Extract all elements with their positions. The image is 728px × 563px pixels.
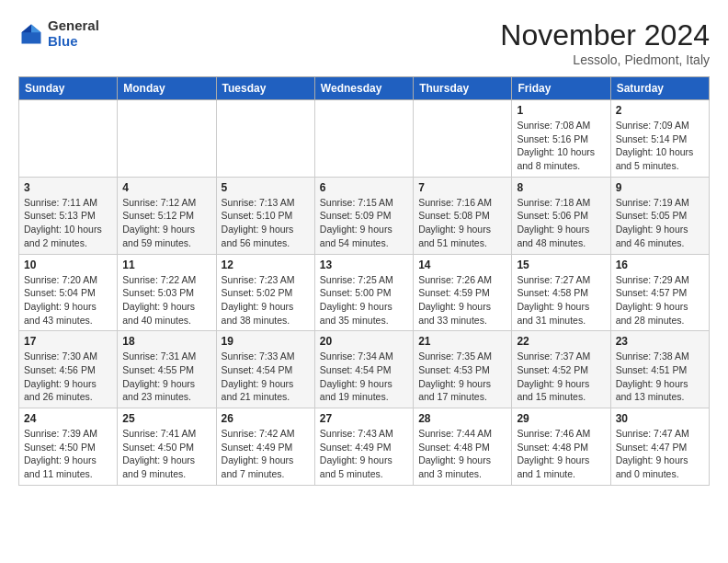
day-number: 14 [418, 259, 506, 271]
logo-blue-text: Blue [48, 34, 99, 50]
day-number: 16 [616, 259, 704, 271]
week-row-4: 17Sunrise: 7:30 AMSunset: 4:56 PMDayligh… [19, 331, 710, 408]
calendar-cell: 26Sunrise: 7:42 AMSunset: 4:49 PMDayligh… [216, 408, 314, 486]
day-info: Sunrise: 7:25 AMSunset: 5:00 PMDaylight:… [320, 273, 408, 327]
day-info: Sunrise: 7:42 AMSunset: 4:49 PMDaylight:… [222, 427, 310, 481]
day-info: Sunrise: 7:39 AMSunset: 4:50 PMDaylight:… [24, 427, 112, 481]
calendar-cell [216, 100, 314, 178]
day-number: 23 [616, 335, 704, 348]
day-number: 18 [122, 335, 210, 348]
calendar-cell: 25Sunrise: 7:41 AMSunset: 4:50 PMDayligh… [118, 408, 216, 486]
page-header: General Blue November 2024 Lessolo, Pied… [18, 18, 710, 67]
logo-text: General Blue [48, 18, 99, 49]
calendar-cell: 8Sunrise: 7:18 AMSunset: 5:06 PMDaylight… [512, 177, 610, 254]
calendar-cell: 20Sunrise: 7:34 AMSunset: 4:54 PMDayligh… [314, 331, 413, 408]
day-number: 12 [222, 259, 310, 271]
week-row-1: 1Sunrise: 7:08 AMSunset: 5:16 PMDaylight… [19, 100, 710, 178]
day-info: Sunrise: 7:08 AMSunset: 5:16 PMDaylight:… [517, 119, 605, 173]
calendar-cell: 28Sunrise: 7:44 AMSunset: 4:48 PMDayligh… [414, 408, 512, 486]
calendar-cell [414, 100, 512, 178]
calendar-cell: 12Sunrise: 7:23 AMSunset: 5:02 PMDayligh… [216, 254, 314, 331]
day-info: Sunrise: 7:19 AMSunset: 5:05 PMDaylight:… [616, 196, 704, 250]
day-info: Sunrise: 7:27 AMSunset: 4:58 PMDaylight:… [517, 273, 605, 327]
svg-marker-1 [31, 24, 41, 32]
calendar-cell: 29Sunrise: 7:46 AMSunset: 4:48 PMDayligh… [512, 408, 610, 486]
calendar-cell: 2Sunrise: 7:09 AMSunset: 5:14 PMDaylight… [610, 100, 709, 178]
calendar-cell: 19Sunrise: 7:33 AMSunset: 4:54 PMDayligh… [216, 331, 314, 408]
calendar-cell: 6Sunrise: 7:15 AMSunset: 5:09 PMDaylight… [314, 177, 413, 254]
calendar-cell: 17Sunrise: 7:30 AMSunset: 4:56 PMDayligh… [19, 331, 118, 408]
calendar-cell: 3Sunrise: 7:11 AMSunset: 5:13 PMDaylight… [19, 177, 118, 254]
day-number: 17 [24, 335, 112, 348]
day-info: Sunrise: 7:30 AMSunset: 4:56 PMDaylight:… [24, 350, 112, 404]
day-header-friday: Friday [512, 77, 610, 100]
day-number: 28 [418, 412, 506, 425]
day-number: 29 [517, 412, 605, 425]
day-info: Sunrise: 7:26 AMSunset: 4:59 PMDaylight:… [418, 273, 506, 327]
day-number: 19 [222, 335, 310, 348]
day-number: 26 [222, 412, 310, 425]
calendar-cell [19, 100, 118, 178]
day-info: Sunrise: 7:46 AMSunset: 4:48 PMDaylight:… [517, 427, 605, 481]
day-info: Sunrise: 7:20 AMSunset: 5:04 PMDaylight:… [24, 273, 112, 327]
day-info: Sunrise: 7:16 AMSunset: 5:08 PMDaylight:… [418, 196, 506, 250]
logo-icon [18, 21, 44, 47]
day-number: 27 [320, 412, 408, 425]
calendar-cell: 10Sunrise: 7:20 AMSunset: 5:04 PMDayligh… [19, 254, 118, 331]
calendar-cell: 4Sunrise: 7:12 AMSunset: 5:12 PMDaylight… [118, 177, 216, 254]
calendar-table: SundayMondayTuesdayWednesdayThursdayFrid… [18, 76, 710, 486]
calendar-cell: 9Sunrise: 7:19 AMSunset: 5:05 PMDaylight… [610, 177, 709, 254]
day-info: Sunrise: 7:29 AMSunset: 4:57 PMDaylight:… [616, 273, 704, 327]
calendar-header-row: SundayMondayTuesdayWednesdayThursdayFrid… [19, 77, 710, 100]
calendar-cell: 22Sunrise: 7:37 AMSunset: 4:52 PMDayligh… [512, 331, 610, 408]
week-row-5: 24Sunrise: 7:39 AMSunset: 4:50 PMDayligh… [19, 408, 710, 486]
calendar-cell: 16Sunrise: 7:29 AMSunset: 4:57 PMDayligh… [610, 254, 709, 331]
day-info: Sunrise: 7:33 AMSunset: 4:54 PMDaylight:… [222, 350, 310, 404]
day-number: 9 [616, 181, 704, 194]
day-header-saturday: Saturday [610, 77, 709, 100]
day-info: Sunrise: 7:12 AMSunset: 5:12 PMDaylight:… [122, 196, 210, 250]
day-info: Sunrise: 7:11 AMSunset: 5:13 PMDaylight:… [24, 196, 112, 250]
calendar-cell [314, 100, 413, 178]
day-header-tuesday: Tuesday [216, 77, 314, 100]
calendar-cell: 27Sunrise: 7:43 AMSunset: 4:49 PMDayligh… [314, 408, 413, 486]
calendar-cell: 18Sunrise: 7:31 AMSunset: 4:55 PMDayligh… [118, 331, 216, 408]
calendar-cell: 15Sunrise: 7:27 AMSunset: 4:58 PMDayligh… [512, 254, 610, 331]
day-info: Sunrise: 7:31 AMSunset: 4:55 PMDaylight:… [122, 350, 210, 404]
month-title: November 2024 [500, 18, 710, 52]
day-number: 6 [320, 181, 408, 194]
calendar-cell: 5Sunrise: 7:13 AMSunset: 5:10 PMDaylight… [216, 177, 314, 254]
day-number: 21 [418, 335, 506, 348]
calendar-cell: 23Sunrise: 7:38 AMSunset: 4:51 PMDayligh… [610, 331, 709, 408]
day-number: 8 [517, 181, 605, 194]
day-number: 30 [616, 412, 704, 425]
day-number: 5 [222, 181, 310, 194]
calendar-cell [118, 100, 216, 178]
day-number: 13 [320, 259, 408, 271]
logo: General Blue [18, 18, 99, 49]
day-number: 7 [418, 181, 506, 194]
calendar-cell: 30Sunrise: 7:47 AMSunset: 4:47 PMDayligh… [610, 408, 709, 486]
day-info: Sunrise: 7:37 AMSunset: 4:52 PMDaylight:… [517, 350, 605, 404]
calendar-cell: 7Sunrise: 7:16 AMSunset: 5:08 PMDaylight… [414, 177, 512, 254]
location-text: Lessolo, Piedmont, Italy [500, 52, 710, 67]
day-header-sunday: Sunday [19, 77, 118, 100]
day-info: Sunrise: 7:44 AMSunset: 4:48 PMDaylight:… [418, 427, 506, 481]
title-block: November 2024 Lessolo, Piedmont, Italy [500, 18, 710, 67]
day-number: 1 [517, 104, 605, 117]
day-number: 3 [24, 181, 112, 194]
calendar-cell: 14Sunrise: 7:26 AMSunset: 4:59 PMDayligh… [414, 254, 512, 331]
day-header-wednesday: Wednesday [314, 77, 413, 100]
day-number: 2 [616, 104, 704, 117]
day-info: Sunrise: 7:34 AMSunset: 4:54 PMDaylight:… [320, 350, 408, 404]
week-row-3: 10Sunrise: 7:20 AMSunset: 5:04 PMDayligh… [19, 254, 710, 331]
calendar-cell: 1Sunrise: 7:08 AMSunset: 5:16 PMDaylight… [512, 100, 610, 178]
day-number: 25 [122, 412, 210, 425]
day-number: 20 [320, 335, 408, 348]
day-info: Sunrise: 7:15 AMSunset: 5:09 PMDaylight:… [320, 196, 408, 250]
day-info: Sunrise: 7:13 AMSunset: 5:10 PMDaylight:… [222, 196, 310, 250]
day-info: Sunrise: 7:09 AMSunset: 5:14 PMDaylight:… [616, 119, 704, 173]
day-number: 4 [122, 181, 210, 194]
day-number: 11 [122, 259, 210, 271]
day-info: Sunrise: 7:47 AMSunset: 4:47 PMDaylight:… [616, 427, 704, 481]
